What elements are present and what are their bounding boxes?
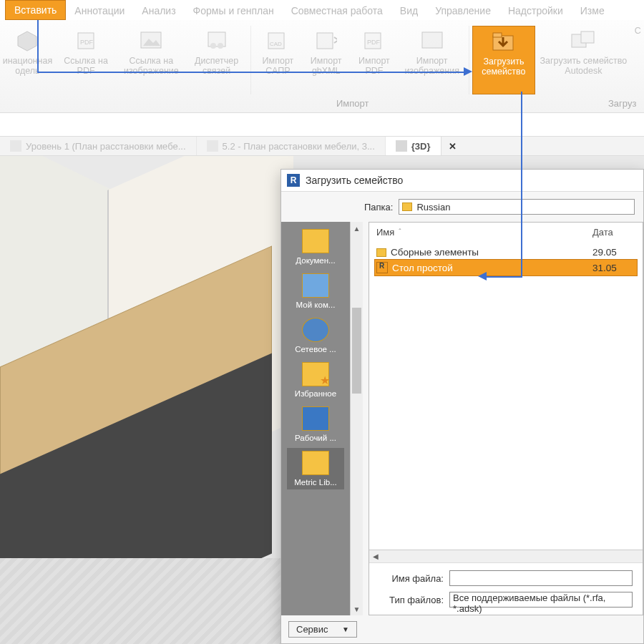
file-list-pane: Имяˆ Дата Сборные элементы 29.05 Стол пр… [369, 222, 643, 615]
plan-icon [207, 140, 218, 152]
tools-dropdown-button[interactable]: Сервис ▼ [288, 621, 357, 638]
rb-label: Импорт [311, 56, 342, 66]
annotation-arrow [37, 72, 464, 73]
rb-label: Диспетчер [195, 56, 238, 66]
annotation-arrow [521, 92, 522, 278]
place-mycomputer[interactable]: Мой ком... [287, 270, 344, 312]
scroll-up-icon[interactable]: ▲ [351, 222, 363, 235]
col-date[interactable]: Дата [592, 227, 635, 238]
rb-label: Загрузить семейство [540, 56, 628, 66]
places-scrollbar[interactable]: ▲ ▼ [350, 222, 363, 615]
svg-text:PDF: PDF [367, 39, 381, 46]
folder-dropdown[interactable]: Russian [399, 199, 635, 215]
filename-label: Имя файла: [379, 573, 444, 584]
rb-label: одель [15, 66, 39, 76]
plan-icon [10, 140, 21, 152]
annotation-arrow [37, 20, 39, 72]
rb-link-pdf[interactable]: PDF Ссылка на PDF [55, 26, 117, 76]
place-metric-library[interactable]: Metric Lib... [287, 448, 344, 489]
svg-marker-0 [18, 31, 36, 51]
rb-import-image[interactable]: Импорт изображения [399, 26, 466, 76]
svg-text:CAD: CAD [270, 41, 282, 47]
file-name: Стол простой [392, 263, 453, 273]
ribbon-tab-collab[interactable]: Совместная работа [283, 1, 391, 20]
place-label: Избранное [295, 389, 336, 398]
rb-import-pdf[interactable]: PDF Импорт PDF [350, 26, 398, 76]
viewtab-close-button[interactable]: ✕ [441, 141, 464, 152]
rb-label: САПР [265, 66, 290, 76]
place-label: Рабочий ... [295, 434, 336, 442]
file-row-folder[interactable]: Сборные элементы 29.05 [375, 245, 637, 260]
folder-icon [302, 229, 329, 253]
ribbon-tab-annotations[interactable]: Аннотации [66, 1, 133, 20]
rb-link-image[interactable]: Ссылка на изображение [117, 26, 185, 76]
viewtab-label: 5.2 - План расстановки мебели, 3... [223, 141, 375, 152]
rb-import-gbxml[interactable]: Импорт gbXML [302, 26, 350, 76]
cube-icon [396, 140, 407, 152]
separator [250, 26, 251, 94]
rb-label: семейство [482, 67, 525, 77]
filename-input[interactable] [449, 570, 633, 586]
rb-trunc[interactable]: С [632, 26, 644, 36]
links-icon [205, 29, 229, 53]
pdf-link-icon: PDF [74, 29, 98, 53]
ribbon-tab-modify[interactable]: Изме [572, 1, 613, 20]
scroll-thumb[interactable] [352, 308, 361, 394]
rb-label: изображения [404, 66, 459, 76]
filetype-dropdown[interactable]: Все поддерживаемые файлы (*.rfa, *.adsk) [449, 592, 633, 608]
rb-load-autodesk-family[interactable]: Загрузить семейство Autodesk [535, 26, 632, 76]
rb-label: Загрузить [483, 57, 524, 67]
place-favorites[interactable]: ★Избранное [287, 359, 344, 401]
sort-asc-icon: ˆ [399, 228, 401, 236]
rb-import-cad[interactable]: CAD Импорт САПР [254, 26, 302, 76]
file-row-rfa[interactable]: Стол простой 31.05 [375, 260, 637, 275]
col-name[interactable]: Имя [376, 227, 394, 238]
ribbon-tab-view[interactable]: Вид [391, 1, 426, 20]
svg-point-7 [218, 43, 223, 49]
file-date: 29.05 [592, 247, 635, 258]
file-name: Сборные элементы [391, 247, 479, 258]
rb-label: Импорт [416, 56, 448, 66]
ribbon-tab-analyze[interactable]: Анализ [133, 1, 184, 20]
dialog-title: Загрузить семейство [306, 175, 403, 186]
folder-icon [402, 203, 412, 211]
place-documents[interactable]: Докумен... [287, 226, 344, 268]
places-bar: Докумен... Мой ком... Сетевое ... ★Избра… [281, 222, 350, 615]
rb-label: Ссылка на [130, 56, 174, 66]
scroll-track[interactable] [382, 550, 643, 562]
folder-icon [376, 248, 386, 257]
scroll-down-icon[interactable]: ▼ [351, 602, 363, 615]
viewtab-label: Уровень 1 (План расстановки мебе... [26, 141, 186, 152]
place-desktop[interactable]: Рабочий ... [287, 404, 344, 445]
load-family-dialog: R Загрузить семейство Папка: Russian Док… [280, 169, 644, 644]
rb-label: Autodesk [565, 66, 602, 76]
ribbon-tab-manage[interactable]: Управление [426, 1, 499, 20]
arrowhead-icon [464, 67, 472, 76]
caret-down-icon: ▼ [342, 625, 349, 633]
svg-point-6 [210, 43, 216, 49]
rb-coord-model[interactable]: инационная одель [0, 26, 55, 76]
place-label: Сетевое ... [295, 345, 336, 353]
separator [469, 26, 469, 94]
rb-label: PDF [365, 66, 383, 76]
cube-icon [15, 29, 39, 53]
scroll-left-icon[interactable]: ◀ [369, 552, 382, 560]
viewtab-3d[interactable]: {3D} [386, 137, 441, 155]
import-image-icon [420, 29, 444, 53]
ribbon-tab-addins[interactable]: Надстройки [499, 1, 572, 20]
revit-icon: R [287, 174, 300, 187]
rb-load-family[interactable]: Загрузить семейство [472, 26, 535, 94]
panel-label-load: Загруз [608, 98, 636, 109]
svg-text:PDF: PDF [80, 39, 94, 46]
ribbon-tab-insert[interactable]: Вставить [5, 0, 66, 20]
place-network[interactable]: Сетевое ... [287, 315, 344, 356]
viewtab-plan1[interactable]: Уровень 1 (План расстановки мебе... [0, 137, 197, 155]
filetype-label: Тип файлов: [379, 595, 444, 605]
file-hscrollbar[interactable]: ◀ [369, 550, 643, 562]
panel-label-import: Импорт [336, 98, 369, 109]
folder-icon [302, 451, 329, 475]
viewtab-plan2[interactable]: 5.2 - План расстановки мебели, 3... [197, 137, 386, 155]
rb-label: PDF [77, 66, 95, 76]
ribbon-tab-massing[interactable]: Формы и генплан [185, 1, 283, 20]
rb-link-manager[interactable]: Диспетчер связей [185, 26, 247, 76]
